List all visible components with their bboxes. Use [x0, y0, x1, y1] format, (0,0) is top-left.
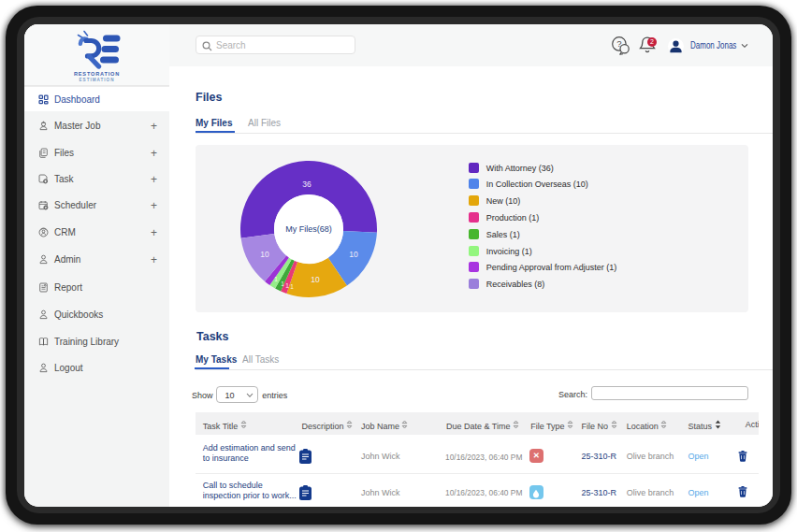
- svg-text:1: 1: [274, 276, 278, 282]
- svg-text:10: 10: [349, 250, 358, 259]
- svg-text:1: 1: [281, 280, 284, 287]
- svg-text:10: 10: [260, 250, 269, 259]
- svg-text:1: 1: [290, 283, 294, 290]
- svg-text:10: 10: [311, 275, 320, 284]
- svg-text:1: 1: [285, 282, 289, 289]
- svg-text:My Files(68): My Files(68): [285, 224, 332, 234]
- svg-text:36: 36: [302, 180, 312, 189]
